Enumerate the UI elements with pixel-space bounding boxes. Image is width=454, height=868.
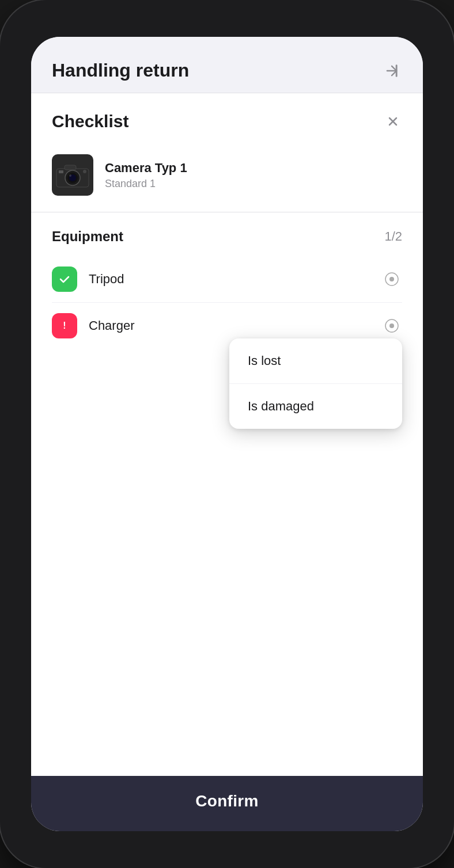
checklist-header: Checklist	[31, 93, 423, 145]
tripod-status-icon	[52, 267, 77, 292]
dropdown-item-is-damaged[interactable]: Is damaged	[229, 384, 402, 429]
checklist-panel: Checklist	[31, 93, 423, 776]
charger-action-icon[interactable]	[381, 315, 402, 336]
dropdown-item-is-lost[interactable]: Is lost	[229, 338, 402, 384]
equipment-count: 1/2	[384, 229, 402, 244]
svg-rect-9	[65, 165, 76, 170]
svg-rect-10	[59, 170, 63, 173]
svg-point-13	[389, 277, 394, 281]
checklist-title: Checklist	[52, 112, 128, 131]
navigate-forward-icon[interactable]	[381, 60, 402, 81]
product-info: Camera Typ 1 Standard 1	[105, 161, 187, 190]
equipment-item-tripod: Tripod	[52, 256, 402, 303]
bottom-bar: Confirm	[31, 776, 423, 831]
charger-status-icon: !	[52, 313, 77, 338]
svg-point-8	[69, 174, 71, 177]
svg-point-11	[83, 170, 86, 173]
page-header: Handling return	[31, 37, 423, 93]
confirm-button[interactable]: Confirm	[195, 792, 258, 810]
tripod-action-icon[interactable]	[381, 269, 402, 290]
charger-label: Charger	[89, 318, 381, 333]
product-name: Camera Typ 1	[105, 161, 187, 176]
equipment-section: Equipment 1/2 Tripod	[31, 212, 423, 349]
close-button[interactable]	[384, 112, 402, 131]
tripod-label: Tripod	[89, 272, 381, 287]
equipment-title: Equipment	[52, 229, 123, 245]
main-content: Checklist	[31, 93, 423, 776]
equipment-item-charger: ! Charger Is lost	[52, 303, 402, 349]
svg-point-16	[389, 323, 394, 328]
status-dropdown-menu: Is lost Is damaged	[229, 338, 402, 429]
page-title: Handling return	[52, 60, 189, 81]
phone-screen: Handling return Checklist	[31, 37, 423, 831]
product-image	[52, 154, 93, 196]
svg-text:!: !	[63, 321, 66, 330]
product-row: Camera Typ 1 Standard 1	[31, 145, 423, 212]
equipment-header: Equipment 1/2	[52, 212, 402, 256]
phone-shell: Handling return Checklist	[0, 0, 454, 868]
product-subtitle: Standard 1	[105, 178, 187, 190]
